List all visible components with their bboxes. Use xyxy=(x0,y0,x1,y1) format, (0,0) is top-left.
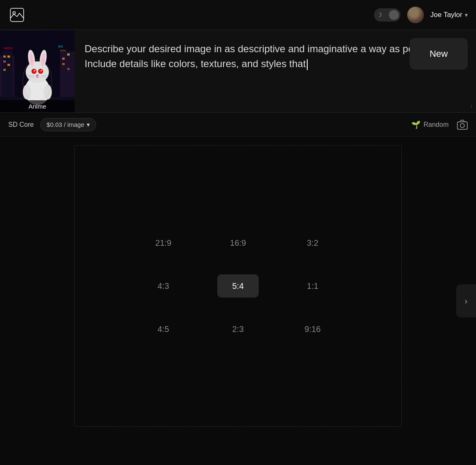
aspect-ratio-option[interactable]: 5:4 xyxy=(217,274,259,298)
moon-icon: ☽ xyxy=(376,11,382,19)
svg-rect-9 xyxy=(3,69,6,71)
dice-icon: 🌱 xyxy=(411,120,420,129)
svg-point-30 xyxy=(34,70,36,71)
user-name: Joe Taylor xyxy=(430,11,462,19)
svg-text:食堂: 食堂 xyxy=(58,45,63,48)
avatar xyxy=(407,7,424,23)
aspect-ratio-option[interactable]: 2:3 xyxy=(217,317,259,341)
prompt-area: NEON 食堂 OPEN xyxy=(0,30,476,113)
camera-button[interactable] xyxy=(457,119,468,130)
user-menu[interactable]: Joe Taylor ▾ xyxy=(430,11,468,19)
header-left xyxy=(8,6,26,24)
svg-text:OPEN: OPEN xyxy=(60,49,66,52)
svg-rect-0 xyxy=(10,8,24,22)
aspect-grid-container: 21:916:93:24:35:41:14:52:39:16 xyxy=(74,145,402,427)
toolbar-right: 🌱 Random xyxy=(411,119,468,130)
toolbar-left: SD Core $0.03 / image ▾ xyxy=(8,118,96,131)
camera-icon xyxy=(457,119,468,130)
aspect-ratio-option[interactable]: 21:9 xyxy=(143,231,184,254)
svg-point-1 xyxy=(13,12,15,14)
toolbar: SD Core $0.03 / image ▾ 🌱 Random xyxy=(0,113,476,137)
svg-rect-14 xyxy=(67,68,70,70)
random-button[interactable]: 🌱 Random xyxy=(411,120,449,129)
aspect-panel: 21:916:93:24:35:41:14:52:39:16 xyxy=(0,137,476,465)
header: ☽ Joe Taylor ▾ xyxy=(0,0,476,30)
dark-mode-toggle[interactable]: ☽ xyxy=(374,8,401,22)
chevron-right-icon: › xyxy=(465,296,468,306)
price-label: $0.03 / image xyxy=(46,121,84,128)
chevron-down-icon: ▾ xyxy=(465,12,468,18)
scroll-indicator: ↕ xyxy=(470,103,473,109)
aspect-ratio-option[interactable]: 4:3 xyxy=(143,274,184,298)
random-label: Random xyxy=(424,121,449,128)
svg-point-32 xyxy=(36,75,39,76)
svg-rect-12 xyxy=(67,53,70,56)
svg-point-38 xyxy=(44,85,52,99)
price-badge[interactable]: $0.03 / image ▾ xyxy=(40,118,96,131)
dropdown-arrow-icon: ▾ xyxy=(87,121,90,128)
svg-rect-7 xyxy=(3,61,6,63)
avatar-image xyxy=(407,7,424,23)
image-logo-svg xyxy=(10,7,24,22)
prompt-text: Describe your desired image in as descri… xyxy=(85,41,466,71)
aspect-ratio-option[interactable]: 3:2 xyxy=(292,231,333,254)
svg-rect-11 xyxy=(62,58,65,60)
text-cursor xyxy=(307,59,308,70)
new-button[interactable]: New xyxy=(410,38,468,70)
svg-rect-5 xyxy=(3,56,6,58)
toggle-knob xyxy=(389,10,399,20)
aspect-ratio-option[interactable]: 1:1 xyxy=(292,274,333,298)
svg-rect-40 xyxy=(457,122,467,129)
header-right: ☽ Joe Taylor ▾ xyxy=(374,7,468,23)
style-thumbnail[interactable]: NEON 食堂 OPEN xyxy=(0,30,75,112)
svg-rect-8 xyxy=(7,64,10,66)
svg-rect-13 xyxy=(62,63,65,65)
aspect-ratio-option[interactable]: 9:16 xyxy=(292,317,333,341)
svg-rect-6 xyxy=(7,56,10,58)
sidebar-toggle-button[interactable]: › xyxy=(456,284,476,317)
svg-text:NEON: NEON xyxy=(4,47,12,50)
svg-point-21 xyxy=(26,61,49,83)
svg-point-31 xyxy=(41,70,42,71)
style-label[interactable]: Anime xyxy=(0,100,75,112)
aspect-ratio-option[interactable]: 4:5 xyxy=(143,317,184,341)
svg-point-41 xyxy=(460,124,464,128)
logo-icon[interactable] xyxy=(8,6,26,24)
aspect-ratio-option[interactable]: 16:9 xyxy=(217,231,259,254)
model-name: SD Core xyxy=(8,121,34,128)
main-content: 21:916:93:24:35:41:14:52:39:16 › xyxy=(0,137,476,465)
aspect-grid: 21:916:93:24:35:41:14:52:39:16 xyxy=(138,226,338,346)
svg-point-37 xyxy=(23,85,31,99)
